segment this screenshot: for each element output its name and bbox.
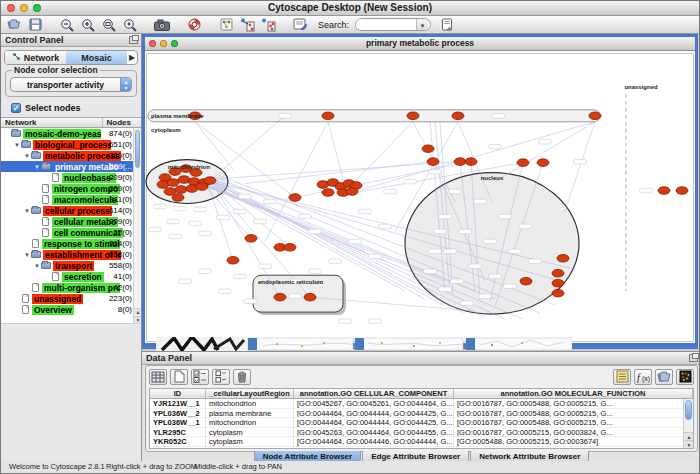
column-header[interactable]: annotation.GO CELLULAR_COMPONENT	[294, 389, 454, 398]
table-cell[interactable]: [GO:0045263, GO:0044464, GO:0044455, G..…	[294, 428, 454, 437]
table-cell[interactable]: [GO:0005488, GO:0005215, GO:0003674]	[454, 437, 693, 446]
table-cell[interactable]: YPL036W__2	[150, 409, 206, 418]
tree-row[interactable]: ▼biological_process651(0)	[1, 139, 141, 150]
tree-scrollbar-thumb[interactable]	[135, 130, 140, 168]
tree-row[interactable]: ▼establishment of lo558(0)	[1, 249, 141, 260]
zoom-fit-icon[interactable]	[100, 17, 118, 33]
table-cell[interactable]: YDR039C__1	[150, 447, 206, 450]
table-cell[interactable]: [GO:0016787, GO:0005488, GO:0005215, G..…	[454, 447, 693, 450]
tree-row[interactable]: nitrogen compo209(0)	[1, 183, 141, 194]
minimized-window-dark[interactable]	[156, 337, 248, 351]
layout-edges-icon[interactable]	[259, 17, 277, 33]
table-cell[interactable]: [GO:0016787, GO:0005488, GO:0005215, G..…	[454, 399, 693, 408]
annotation-icon[interactable]	[291, 17, 309, 33]
attribute-matrix-icon[interactable]	[676, 369, 694, 385]
node-color-dropdown[interactable]: transporter activity ▲▼	[10, 77, 132, 92]
float-data-panel-icon[interactable]	[689, 354, 698, 362]
table-cell[interactable]: [GO:0044464, GO:0044446, GO:0044444, G..…	[294, 437, 454, 446]
search-field[interactable]: ▾	[355, 18, 431, 31]
minimized-window-2[interactable]	[355, 338, 463, 350]
tree-scrollbar[interactable]: ▲▼	[133, 128, 141, 323]
unselect-attributes-icon[interactable]	[212, 369, 230, 385]
minimized-window-1[interactable]	[248, 338, 353, 350]
table-cell[interactable]: [GO:0044464, GO:0044444, GO:0044425, G..…	[294, 409, 454, 418]
tree-row[interactable]: response to stimulu264(0)	[1, 238, 141, 249]
zoom-in-icon[interactable]	[79, 17, 97, 33]
table-scrollbar[interactable]: ▲ ▼	[683, 399, 693, 448]
expanded-triangle-icon[interactable]: ▼	[33, 263, 41, 269]
table-cell[interactable]: mitochondrion	[206, 447, 294, 450]
table-cell[interactable]: YKR052C	[150, 437, 206, 446]
tree-row[interactable]: cell communicat22(0)	[1, 227, 141, 238]
save-session-icon[interactable]	[26, 17, 44, 33]
function-builder-icon[interactable]: f(x)	[634, 369, 652, 385]
tree-row[interactable]: unassigned223(0)	[1, 293, 141, 304]
tree-row[interactable]: mosaic-demo-yeast874(0)	[1, 128, 141, 139]
table-row[interactable]: YDR039C__1mitochondrion[GO:0044464, GO:0…	[150, 447, 693, 450]
table-cell[interactable]: plasma membrane	[206, 409, 294, 418]
table-cell[interactable]: [GO:0016787, GO:0005215, GO:0003824, G..…	[454, 428, 693, 437]
snapshot-icon[interactable]	[153, 17, 171, 33]
table-row[interactable]: YLR295Ccytoplasm[GO:0045263, GO:0044464,…	[150, 428, 693, 438]
table-cell[interactable]: [GO:0016787, GO:0005488, GO:0005215, G..…	[454, 418, 693, 427]
tree-row[interactable]: ▼transport558(0)	[1, 260, 141, 271]
table-row[interactable]: YPL036W__2plasma membrane[GO:0044464, GO…	[150, 409, 693, 419]
zoom-selected-icon[interactable]	[121, 17, 139, 33]
delete-attribute-icon[interactable]	[233, 369, 251, 385]
table-cell[interactable]: YPL036W__1	[150, 418, 206, 427]
tree-row[interactable]: ▼cellular process614(0)	[1, 205, 141, 216]
column-header[interactable]: _cellularLayoutRegion	[206, 389, 294, 398]
network-overview-icon[interactable]	[217, 17, 235, 33]
tab-mosaic[interactable]: Mosaic	[66, 51, 127, 64]
table-cell[interactable]: cytoplasm	[206, 437, 294, 446]
network-view-window[interactable]: primary metabolic process plasma membran…	[142, 34, 698, 349]
title-bar[interactable]: Cytoscape Desktop (New Session)	[1, 1, 699, 16]
plasma-membrane-region[interactable]	[148, 110, 600, 122]
expanded-triangle-icon[interactable]: ▼	[23, 252, 31, 258]
expanded-triangle-icon[interactable]: ▼	[23, 208, 31, 214]
tab-overflow-arrow[interactable]: ▶	[127, 53, 137, 62]
attribute-editor-icon[interactable]	[613, 369, 631, 385]
table-cell[interactable]: mitochondrion	[206, 399, 294, 408]
table-cell[interactable]: cytoplasm	[206, 428, 294, 437]
expanded-triangle-icon[interactable]: ▼	[33, 164, 41, 170]
table-cell[interactable]: YJR121W__1	[150, 399, 206, 408]
tree-row[interactable]: Overview8(0)	[1, 304, 141, 315]
tree-row[interactable]: macromolecule311(0)	[1, 194, 141, 205]
network-graph[interactable]: plasma membranecytoplasmmitochondrionnuc…	[145, 52, 695, 343]
tree-row[interactable]: secretion41(0)	[1, 271, 141, 282]
layout-nodes-icon[interactable]	[238, 17, 256, 33]
search-options-icon[interactable]	[438, 17, 456, 33]
table-cell[interactable]: mitochondrion	[206, 418, 294, 427]
table-cell[interactable]: [GO:0044464, GO:0044444, GO:0044425, G..…	[294, 447, 454, 450]
column-header[interactable]: annotation.GO MOLECULAR_FUNCTION	[454, 389, 693, 398]
tree-row[interactable]: ▼primary metabo209(...	[1, 161, 141, 172]
minimized-window-3[interactable]	[466, 338, 572, 350]
table-cell[interactable]: [GO:0045267, GO:0045261, GO:0044464, G..…	[294, 399, 454, 408]
table-row[interactable]: YPL036W__1mitochondrion[GO:0044464, GO:0…	[150, 418, 693, 428]
tree-row[interactable]: cellular metabo209(0)	[1, 216, 141, 227]
tab-network[interactable]: Network	[5, 51, 66, 64]
scroll-up-arrow[interactable]: ▲	[684, 432, 694, 440]
table-cell[interactable]: YLR295C	[150, 428, 206, 437]
expanded-triangle-icon[interactable]: ▼	[13, 142, 21, 148]
tree-scroll-down[interactable]: ▼	[134, 316, 141, 323]
help-icon[interactable]	[185, 17, 203, 33]
select-attributes-icon[interactable]	[191, 369, 209, 385]
select-all-rows-icon[interactable]	[149, 369, 167, 385]
float-panel-icon[interactable]	[129, 36, 138, 44]
import-attributes-icon[interactable]	[655, 369, 673, 385]
expanded-triangle-icon[interactable]: ▼	[23, 153, 31, 159]
scrollbar-thumb[interactable]	[685, 400, 692, 420]
network-view-titlebar[interactable]: primary metabolic process	[145, 37, 695, 51]
search-input[interactable]	[356, 19, 416, 30]
create-new-attribute-icon[interactable]	[170, 369, 188, 385]
select-nodes-checkbox[interactable]: ✓	[11, 103, 21, 113]
open-file-icon[interactable]	[5, 17, 23, 33]
network-canvas[interactable]: plasma membranecytoplasmmitochondrionnuc…	[145, 52, 695, 343]
tree-row[interactable]: nucleobase-209(0)	[1, 172, 141, 183]
column-header[interactable]: ID	[150, 389, 206, 398]
zoom-out-icon[interactable]	[58, 17, 76, 33]
search-dropdown-arrow[interactable]: ▾	[416, 19, 428, 30]
tree-row[interactable]: ▼metabolic process280(0)	[1, 150, 141, 161]
